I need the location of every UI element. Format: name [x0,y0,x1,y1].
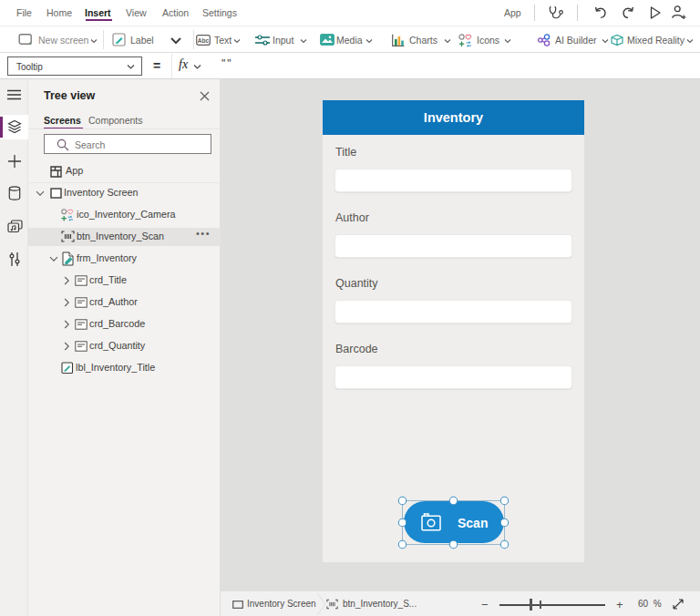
svg-text:Abc: Abc [198,37,210,44]
